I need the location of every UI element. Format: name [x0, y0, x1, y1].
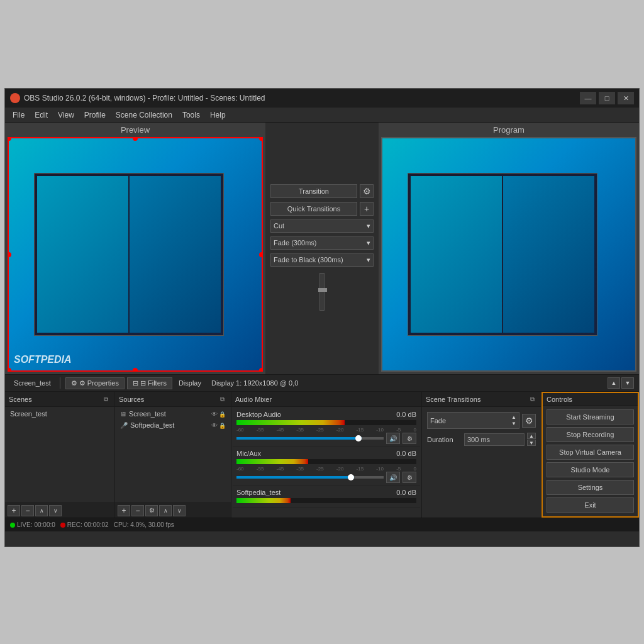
transition-gear-icon[interactable]: ⚙ [360, 184, 374, 198]
visibility-icon-screen[interactable] [211, 411, 218, 418]
desktop-audio-mute-btn[interactable] [386, 433, 400, 444]
visibility-icon-softpedia[interactable] [211, 422, 218, 429]
sources-add-btn[interactable]: + [118, 505, 130, 516]
cut-chevron [367, 222, 370, 230]
fade-transition-select[interactable]: Fade ▲▼ [427, 412, 519, 429]
duration-up-btn[interactable]: ▲ [527, 433, 536, 439]
mixer-content: Desktop Audio 0.0 dB -60 -55 -45 -35 [231, 407, 421, 518]
bottom-toolbar: Screen_test ⚙ ⚙ Properties ⊟ ⊟ Filters D… [5, 374, 639, 392]
scenes-footer: + − ∧ ∨ [5, 502, 114, 518]
scene-trans-gear-icon[interactable]: ⚙ [522, 414, 536, 428]
fade-to-black-row[interactable]: Fade to Black (300ms) [270, 253, 374, 267]
desktop-audio-gear-btn[interactable]: ⚙ [402, 433, 416, 444]
scenes-remove-btn[interactable]: − [21, 505, 34, 516]
inner-screen-content [35, 174, 223, 335]
sources-title: Sources [119, 396, 214, 403]
add-transition-icon[interactable]: + [360, 202, 374, 216]
resize-handle-tl[interactable] [9, 138, 11, 141]
scenes-copy-icon[interactable] [101, 394, 111, 404]
mic-aux-meter [236, 459, 416, 464]
scene-transitions-content: Fade ▲▼ ⚙ Duration 300 ms ▲ [422, 407, 541, 451]
mic-aux-slider[interactable] [236, 476, 384, 479]
fade-select[interactable]: Fade (300ms) [270, 236, 374, 250]
sources-down-btn[interactable]: ∨ [173, 505, 186, 516]
lock-icon-screen[interactable] [219, 411, 226, 418]
resize-handle-bl[interactable] [9, 368, 11, 370]
resize-handle-br[interactable] [259, 368, 262, 370]
resize-handle-mb[interactable] [133, 368, 138, 370]
fade-to-black-select[interactable]: Fade to Black (300ms) [270, 253, 374, 267]
close-button[interactable]: ✕ [618, 92, 634, 104]
resize-handle-tr[interactable] [259, 138, 262, 141]
sources-footer: + − ⚙ ∧ ∨ [115, 502, 231, 518]
menu-scene-collection[interactable]: Scene Collection [111, 109, 177, 121]
duration-input[interactable]: 300 ms [464, 433, 525, 446]
scenes-down-btn[interactable]: ∨ [49, 505, 62, 516]
source-actions-screen [211, 411, 226, 418]
menu-tools[interactable]: Tools [177, 109, 205, 121]
scene-transitions-panel: Scene Transitions Fade ▲▼ ⚙ Duration [422, 392, 541, 518]
mic-aux-slider-handle[interactable] [348, 474, 354, 480]
mixer-title: Audio Mixer [235, 396, 418, 403]
maximize-button[interactable]: □ [599, 92, 615, 104]
cut-select[interactable]: Cut [270, 219, 374, 233]
scenes-panel: Scenes Screen_test + − ∧ ∨ [5, 392, 115, 518]
source-item-softpedia[interactable]: Softpedia_test [116, 419, 230, 431]
minimize-button[interactable]: — [580, 92, 596, 104]
menu-profile[interactable]: Profile [79, 109, 111, 121]
fade-row[interactable]: Fade (300ms) [270, 236, 374, 250]
softpedia-meter [236, 498, 416, 503]
mic-aux-slider-fill [236, 476, 354, 479]
fade-select-row: Fade ▲▼ ⚙ [427, 412, 536, 429]
meter-ticks-2: -60 -55 -45 -35 -25 -20 -15 -10 -5 0 [236, 466, 416, 472]
cut-row[interactable]: Cut [270, 219, 374, 233]
display-down-btn[interactable]: ▼ [621, 377, 634, 389]
sources-gear-btn[interactable]: ⚙ [145, 505, 158, 516]
scene-transitions-title: Scene Transitions [426, 396, 525, 403]
live-label: LIVE: [17, 521, 32, 528]
resize-handle-mr[interactable] [259, 252, 262, 257]
studio-mode-button[interactable]: Studio Mode [547, 462, 634, 477]
preview-canvas[interactable]: SOFTPEDIA [8, 137, 263, 372]
menu-help[interactable]: Help [205, 109, 231, 121]
scene-transitions-copy-icon[interactable] [527, 394, 537, 404]
duration-down-btn[interactable]: ▼ [527, 440, 536, 446]
menu-file[interactable]: File [8, 109, 30, 121]
cpu-label: CPU: 4.0%, 30.00 fps [114, 521, 174, 528]
source-item-screen-test[interactable]: Screen_test [116, 408, 230, 419]
scene-item-screen-test[interactable]: Screen_test [6, 408, 113, 419]
transition-slider[interactable] [319, 273, 325, 311]
filters-button[interactable]: ⊟ ⊟ Filters [127, 377, 172, 389]
settings-button[interactable]: Settings [547, 480, 634, 495]
scene-name-label: Screen_test [10, 378, 55, 388]
resize-handle-ml[interactable] [9, 252, 11, 257]
live-status: LIVE: 00:00:0 [10, 521, 55, 528]
program-inner-screen [408, 173, 597, 335]
mixer-panel: Audio Mixer Desktop Audio 0.0 dB [231, 392, 422, 518]
fade-chevron [367, 239, 370, 247]
mic-aux-gear-btn[interactable]: ⚙ [402, 472, 416, 483]
sources-copy-icon[interactable] [217, 394, 227, 404]
properties-button[interactable]: ⚙ ⚙ Properties [65, 377, 125, 389]
desktop-audio-slider[interactable] [236, 437, 384, 440]
transition-header-row: Transition ⚙ [270, 184, 374, 198]
stop-recording-button[interactable]: Stop Recording [547, 427, 634, 442]
menu-view[interactable]: View [53, 109, 79, 121]
display-up-btn[interactable]: ▲ [608, 377, 620, 389]
sources-panel: Sources Screen_test [115, 392, 231, 518]
exit-button[interactable]: Exit [547, 497, 634, 513]
lock-icon-softpedia[interactable] [219, 422, 226, 429]
duration-spinners: ▲ ▼ [527, 433, 536, 446]
resize-handle-mt[interactable] [133, 138, 138, 141]
desktop-audio-slider-handle[interactable] [355, 435, 362, 441]
start-streaming-button[interactable]: Start Streaming [547, 409, 634, 425]
mic-aux-mute-btn[interactable] [386, 472, 400, 483]
transition-slider-handle[interactable] [318, 288, 327, 292]
sources-remove-btn[interactable]: − [131, 505, 144, 516]
scenes-up-btn[interactable]: ∧ [35, 505, 48, 516]
menu-edit[interactable]: Edit [30, 109, 53, 121]
stop-virtual-camera-button[interactable]: Stop Virtual Camera [547, 445, 634, 460]
sources-up-btn[interactable]: ∧ [159, 505, 172, 516]
scenes-add-btn[interactable]: + [8, 505, 20, 516]
rec-label: REC: [67, 521, 82, 528]
